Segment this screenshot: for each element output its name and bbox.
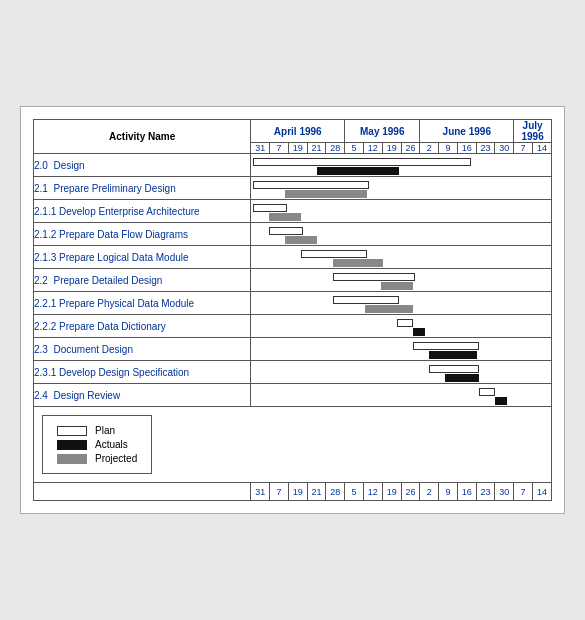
projected-bar-2.1.3 [333,259,383,267]
row-2.2.2: 2.2.2 Prepare Data Dictionary [34,315,552,338]
bot-day-7a: 7 [270,483,289,501]
activity-2.2: 2.2 Prepare Detailed Design [34,269,251,292]
bot-day-5: 5 [345,483,364,501]
actual-bar-2.4 [495,397,507,405]
plan-bar-2.1.1 [253,204,287,212]
activity-2.1: 2.1 Prepare Preliminary Design [34,177,251,200]
gantt-cell-2.0 [251,154,552,177]
gantt-chart-page: Activity Name April 1996 May 1996 June 1… [20,106,565,514]
day-19a: 19 [288,143,307,154]
row-2.1.3: 2.1.3 Prepare Logical Data Module [34,246,552,269]
day-31: 31 [251,143,270,154]
activity-2.1.2: 2.1.2 Prepare Data Flow Diagrams [34,223,251,246]
activity-name-header: Activity Name [34,120,251,154]
bot-day-28: 28 [326,483,345,501]
row-2.3.1: 2.3.1 Develop Design Specification [34,361,552,384]
plan-bar-2.3.1 [429,365,479,373]
day-5: 5 [345,143,364,154]
plan-bar-2.3 [413,342,479,350]
actual-bar-2.3.1 [445,374,479,382]
bottom-activity-label [34,483,251,501]
activity-2.0: 2.0 Design [34,154,251,177]
day-30: 30 [495,143,514,154]
day-23: 23 [476,143,495,154]
row-2.1.2: 2.1.2 Prepare Data Flow Diagrams [34,223,552,246]
day-9: 9 [439,143,458,154]
legend-projected: Projected [57,453,137,464]
day-16: 16 [457,143,476,154]
gantt-cell-2.2.1 [251,292,552,315]
bot-day-23: 23 [476,483,495,501]
june-header: June 1996 [420,120,514,143]
row-2.4: 2.4 Design Review [34,384,552,407]
gantt-cell-2.1 [251,177,552,200]
day-28: 28 [326,143,345,154]
bottom-day-row: 31 7 19 21 28 5 12 19 26 2 9 16 23 30 7 … [34,483,552,501]
activity-2.2.2: 2.2.2 Prepare Data Dictionary [34,315,251,338]
projected-bar-2.1 [285,190,367,198]
april-header: April 1996 [251,120,345,143]
activity-2.4: 2.4 Design Review [34,384,251,407]
legend-plan: Plan [57,425,137,436]
projected-bar-2.2 [381,282,413,290]
bot-day-26: 26 [401,483,420,501]
bot-day-12: 12 [363,483,382,501]
bot-day-19a: 19 [288,483,307,501]
july-header: July 1996 [514,120,552,143]
legend-actual: Actuals [57,439,137,450]
activity-2.1.3: 2.1.3 Prepare Logical Data Module [34,246,251,269]
plan-bar-2.1.3 [301,250,367,258]
bot-day-21: 21 [307,483,326,501]
gantt-cell-2.1.2 [251,223,552,246]
bot-day-2: 2 [420,483,439,501]
gantt-table: Activity Name April 1996 May 1996 June 1… [33,119,552,501]
gantt-cell-2.2.2 [251,315,552,338]
gantt-cell-2.3.1 [251,361,552,384]
legend-projected-box [57,454,87,464]
legend-projected-label: Projected [95,453,137,464]
row-2.1.1: 2.1.1 Develop Enterprise Architecture [34,200,552,223]
day-7a: 7 [270,143,289,154]
day-14: 14 [533,143,552,154]
plan-bar-2.1 [253,181,369,189]
bot-day-19b: 19 [382,483,401,501]
gantt-cell-2.1.3 [251,246,552,269]
actual-bar-2.0 [317,167,399,175]
bot-day-31: 31 [251,483,270,501]
legend-row: Plan Actuals Projected [34,407,552,483]
legend-section: Plan Actuals Projected [42,415,152,474]
day-19b: 19 [382,143,401,154]
plan-bar-2.2 [333,273,415,281]
row-2.1: 2.1 Prepare Preliminary Design [34,177,552,200]
legend-actual-box [57,440,87,450]
row-2.3: 2.3 Document Design [34,338,552,361]
day-21: 21 [307,143,326,154]
activity-2.1.1: 2.1.1 Develop Enterprise Architecture [34,200,251,223]
may-header: May 1996 [345,120,420,143]
bot-day-14: 14 [533,483,552,501]
bot-day-7b: 7 [514,483,533,501]
row-2.2: 2.2 Prepare Detailed Design [34,269,552,292]
gantt-cell-2.4 [251,384,552,407]
bot-day-9: 9 [439,483,458,501]
day-12: 12 [363,143,382,154]
gantt-cell-2.1.1 [251,200,552,223]
plan-bar-2.2.2 [397,319,413,327]
projected-bar-2.1.1 [269,213,301,221]
projected-bar-2.1.2 [285,236,317,244]
month-header-row: Activity Name April 1996 May 1996 June 1… [34,120,552,143]
gantt-cell-2.3 [251,338,552,361]
actual-bar-2.3 [429,351,477,359]
day-7b: 7 [514,143,533,154]
activity-2.3: 2.3 Document Design [34,338,251,361]
activity-2.2.1: 2.2.1 Prepare Physical Data Module [34,292,251,315]
projected-bar-2.2.1 [365,305,413,313]
legend-plan-label: Plan [95,425,115,436]
bot-day-30: 30 [495,483,514,501]
day-2: 2 [420,143,439,154]
activity-2.3.1: 2.3.1 Develop Design Specification [34,361,251,384]
day-26: 26 [401,143,420,154]
gantt-cell-2.2 [251,269,552,292]
plan-bar-2.4 [479,388,495,396]
row-2.0: 2.0 Design [34,154,552,177]
